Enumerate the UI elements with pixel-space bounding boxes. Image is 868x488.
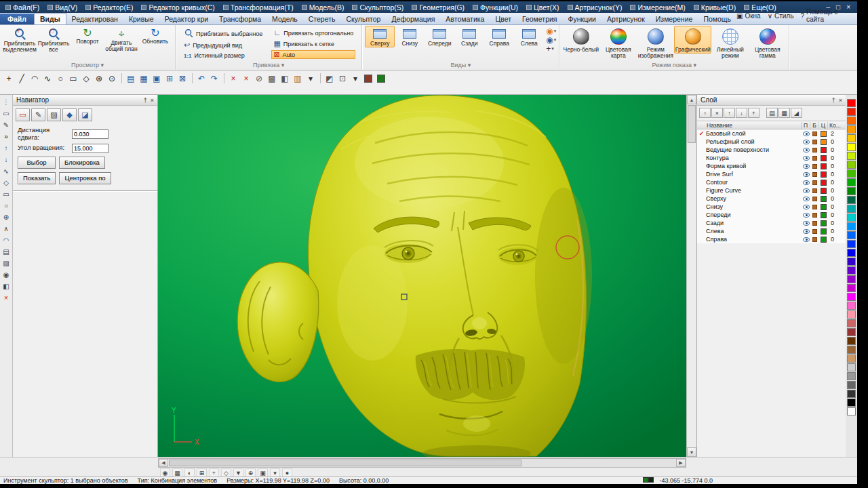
layer-lock-cell[interactable] [810, 221, 819, 226]
layer-lock-cell[interactable] [810, 148, 819, 152]
layer-row[interactable]: Справа0 [697, 235, 846, 243]
layer-row[interactable]: Ведущие поверхности0 [697, 146, 846, 154]
palette-color[interactable] [847, 231, 856, 239]
pin-panel-icon[interactable]: † [144, 97, 147, 104]
layer-color-cell[interactable] [819, 139, 828, 145]
palette-color[interactable] [847, 169, 856, 178]
layer-row[interactable]: Снизу0 [697, 203, 846, 211]
layer-color-cell[interactable] [819, 155, 828, 161]
palette-color[interactable] [847, 108, 856, 116]
view-bottom-button[interactable]: Снизу [395, 26, 425, 47]
layer-column-header[interactable]: П [802, 122, 810, 129]
scroll-right-icon[interactable]: ▶ [676, 459, 686, 467]
ribbon-tab[interactable]: Виды [34, 13, 66, 24]
layer-row[interactable]: Форма кривой0 [697, 162, 846, 170]
viewport-3d[interactable]: Y X [158, 95, 686, 457]
expand-panel-icon[interactable]: » [1, 131, 12, 141]
palette-color[interactable] [847, 152, 856, 160]
layer-visibility-cell[interactable] [802, 197, 810, 201]
pin-panel-icon[interactable]: † [832, 97, 835, 104]
delete-layer-icon[interactable]: × [711, 108, 723, 118]
group-expand-icon[interactable]: ▾ [466, 62, 471, 68]
layer-lock-cell[interactable] [810, 172, 819, 177]
sculpt-flatten-icon[interactable]: ▭ [1, 189, 12, 199]
draw-polygon-icon[interactable]: ◇ [80, 73, 92, 84]
sort-layers-icon[interactable]: ◢ [791, 108, 802, 118]
layer-lock-cell[interactable] [810, 213, 819, 218]
grid-icon[interactable]: ⊞ [163, 73, 176, 84]
palette-color[interactable] [847, 328, 856, 336]
orbit-orange-button[interactable]: ◉▾ [546, 27, 556, 35]
view-back-button[interactable]: Сзади [454, 26, 484, 47]
menu-item[interactable]: Функции(U) [469, 1, 522, 13]
layer-visibility-cell[interactable] [802, 213, 810, 218]
horizontal-scrollbar[interactable]: ◀ ▶ [158, 458, 686, 468]
nav-hatch-icon[interactable]: ▨ [47, 108, 61, 121]
draw-line-icon[interactable]: ╱ [16, 73, 28, 84]
layers-dropdown-icon[interactable]: ▾ [304, 73, 317, 84]
layer-color-cell[interactable] [819, 228, 828, 235]
menu-item[interactable]: Скульптор(S) [348, 1, 408, 13]
view-front-button[interactable]: Спереди [425, 26, 454, 47]
sculpt-layer-icon[interactable]: ▤ [1, 247, 12, 256]
layer-lock-cell[interactable] [810, 140, 819, 144]
layer-row[interactable]: Contour0 [697, 178, 846, 186]
palette-color[interactable] [847, 249, 856, 257]
layer-color-cell[interactable] [819, 237, 828, 243]
layer-color-cell[interactable] [819, 163, 828, 169]
ribbon-tab[interactable]: Измерение [650, 14, 698, 24]
shift-distance-field[interactable] [72, 129, 108, 139]
sculpt-mirror-icon[interactable]: ◧ [1, 281, 12, 291]
menu-item[interactable]: Артрисунок(Y) [564, 1, 627, 13]
ribbon-tab[interactable]: Редактирован [66, 14, 123, 24]
layer-panel-header[interactable]: Слой †× [697, 95, 846, 106]
layer-row[interactable]: ✓Базовый слой2 [697, 129, 846, 138]
group-expand-icon[interactable]: ▾ [279, 62, 284, 68]
palette-color[interactable] [847, 293, 856, 301]
style-menu[interactable]: ∨Стиль [768, 12, 794, 20]
windows-menu[interactable]: ▣Окна [736, 12, 761, 20]
draw-rect-icon[interactable]: ▭ [67, 73, 79, 84]
layer-lock-cell[interactable] [810, 131, 819, 136]
sculpt-smooth-icon[interactable]: ∿ [1, 166, 12, 176]
layer-lock-cell[interactable] [810, 156, 819, 161]
palette-color[interactable] [847, 178, 856, 186]
delete-tool-icon[interactable]: × [1, 293, 12, 302]
palette-color[interactable] [847, 407, 856, 415]
view-left-button[interactable]: Слева [514, 26, 544, 47]
palette-color[interactable] [847, 363, 856, 371]
select-rect-icon[interactable]: ▭ [1, 108, 12, 118]
box-mode-icon[interactable]: ⊡ [336, 73, 349, 84]
palette-color[interactable] [847, 258, 856, 266]
layer-visibility-cell[interactable] [802, 140, 810, 144]
layer-color-cell[interactable] [819, 188, 828, 194]
menu-item[interactable]: Файл(F) [1, 1, 43, 13]
sculpt-scrape-icon[interactable]: ◠ [1, 235, 12, 245]
layer-row[interactable]: Спереди0 [697, 211, 846, 219]
palette-color[interactable] [847, 222, 856, 230]
layer-lock-cell[interactable] [810, 237, 819, 242]
ribbon-tab[interactable]: Файл [0, 14, 34, 24]
draw-point-icon[interactable]: + [3, 73, 15, 84]
group-expand-icon[interactable]: ▾ [99, 62, 104, 68]
group-expand-icon[interactable]: ▾ [692, 62, 696, 68]
palette-color[interactable] [847, 161, 856, 169]
menu-item[interactable]: Измерение(M) [626, 1, 689, 13]
ribbon-tab[interactable]: Модель [267, 14, 303, 24]
ribbon-tab[interactable]: Редактор кри [159, 14, 214, 24]
layer-row[interactable]: Drive Surf0 [697, 170, 846, 178]
layer-row[interactable]: Сверху0 [697, 195, 846, 203]
ribbon-tab[interactable]: Скульптор [340, 14, 386, 24]
zoom-all-button[interactable]: □Приблизить все [37, 26, 71, 54]
ribbon-tab[interactable]: Помощь [698, 14, 736, 24]
palette-color[interactable] [847, 399, 856, 407]
orbit-blue-button[interactable]: ◉▾ [546, 36, 556, 44]
snap-grid-button[interactable]: ▦Привязать к сетке [271, 39, 355, 48]
rotation-angle-field[interactable] [72, 144, 108, 153]
undo-icon[interactable]: ↶ [195, 73, 208, 84]
sculpt-push-icon[interactable]: ↓ [1, 155, 12, 164]
layer-visibility-cell[interactable] [802, 180, 810, 185]
layer-visibility-cell[interactable] [802, 156, 810, 161]
layer-color-cell[interactable] [819, 180, 828, 186]
ribbon-tab[interactable]: Геометрия [517, 14, 563, 24]
